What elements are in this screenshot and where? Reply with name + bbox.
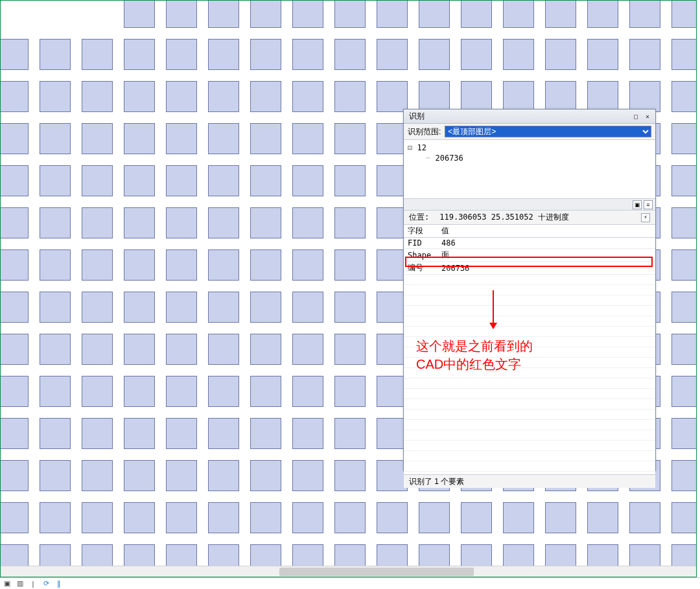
grid-cell[interactable]	[250, 165, 281, 196]
grid-cell[interactable]	[629, 502, 660, 533]
identify-dialog[interactable]: 识别 □ ✕ 识别范围: <最顶部图层> 12 206736 ▣ ≡ 位置: 1…	[403, 109, 656, 471]
grid-cell[interactable]	[0, 376, 29, 407]
grid-cell[interactable]	[166, 165, 197, 196]
grid-cell[interactable]	[292, 292, 323, 323]
grid-cell[interactable]	[82, 81, 113, 112]
grid-cell[interactable]	[629, 81, 660, 112]
grid-cell[interactable]	[208, 334, 239, 365]
scrollbar-thumb[interactable]	[279, 568, 474, 576]
grid-cell[interactable]	[292, 81, 323, 112]
grid-cell[interactable]	[250, 249, 281, 281]
grid-cell[interactable]	[545, 39, 576, 70]
grid-cell[interactable]	[40, 123, 71, 154]
identify-tree[interactable]: 12 206736	[404, 139, 655, 199]
grid-cell[interactable]	[292, 334, 323, 365]
table-row[interactable]: Shape 面	[404, 249, 655, 262]
grid-cell[interactable]	[82, 123, 113, 154]
grid-cell[interactable]	[629, 0, 660, 28]
grid-cell[interactable]	[0, 123, 29, 154]
grid-cell[interactable]	[671, 249, 697, 281]
grid-cell[interactable]	[40, 0, 71, 28]
grid-cell[interactable]	[503, 39, 534, 70]
grid-cell[interactable]	[334, 376, 366, 407]
grid-cell[interactable]	[334, 207, 366, 238]
grid-cell[interactable]	[461, 39, 492, 70]
grid-cell[interactable]	[334, 418, 366, 449]
grid-cell[interactable]	[671, 39, 697, 70]
grid-cell[interactable]	[166, 123, 197, 154]
grid-cell[interactable]	[82, 165, 113, 196]
grid-cell[interactable]	[671, 376, 697, 407]
grid-cell[interactable]	[40, 334, 71, 365]
grid-cell[interactable]	[82, 0, 113, 28]
grid-cell[interactable]	[250, 292, 281, 323]
grid-cell[interactable]	[166, 334, 197, 365]
grid-cell[interactable]	[208, 0, 239, 28]
grid-cell[interactable]	[82, 376, 113, 407]
grid-cell[interactable]	[292, 460, 323, 491]
grid-cell[interactable]	[0, 165, 29, 196]
grid-cell[interactable]	[334, 292, 366, 323]
grid-cell[interactable]	[250, 0, 281, 28]
grid-cell[interactable]	[124, 0, 155, 28]
grid-cell[interactable]	[671, 418, 697, 449]
horizontal-scrollbar[interactable]	[1, 566, 697, 577]
grid-cell[interactable]	[671, 460, 697, 491]
grid-cell[interactable]	[0, 39, 29, 70]
grid-cell[interactable]	[82, 249, 113, 281]
table-row[interactable]: FID 486	[404, 238, 655, 249]
grid-cell[interactable]	[82, 292, 113, 323]
grid-cell[interactable]	[166, 292, 197, 323]
grid-cell[interactable]	[208, 292, 239, 323]
grid-cell[interactable]	[208, 165, 239, 196]
grid-cell[interactable]	[124, 502, 155, 533]
grid-cell[interactable]	[40, 418, 71, 449]
grid-cell[interactable]	[545, 502, 576, 533]
grid-cell[interactable]	[377, 0, 408, 28]
grid-cell[interactable]	[671, 334, 697, 365]
grid-cell[interactable]	[671, 123, 697, 154]
grid-cell[interactable]	[334, 334, 366, 365]
grid-cell[interactable]	[208, 249, 239, 281]
grid-cell[interactable]	[334, 123, 366, 154]
grid-cell[interactable]	[124, 123, 155, 154]
grid-cell[interactable]	[166, 81, 197, 112]
grid-cell[interactable]	[292, 39, 323, 70]
grid-cell[interactable]	[292, 249, 323, 281]
grid-cell[interactable]	[124, 460, 155, 491]
grid-cell[interactable]	[292, 207, 323, 238]
grid-cell[interactable]	[671, 292, 697, 323]
grid-cell[interactable]	[40, 376, 71, 407]
grid-cell[interactable]	[208, 39, 239, 70]
scope-select[interactable]: <最顶部图层>	[445, 126, 651, 137]
grid-cell[interactable]	[124, 165, 155, 196]
grid-cell[interactable]	[461, 81, 492, 112]
grid-cell[interactable]	[124, 249, 155, 281]
grid-cell[interactable]	[461, 0, 492, 28]
grid-cell[interactable]	[419, 0, 450, 28]
grid-cell[interactable]	[292, 0, 323, 28]
grid-cell[interactable]	[82, 334, 113, 365]
grid-cell[interactable]	[0, 249, 29, 281]
grid-cell[interactable]	[166, 418, 197, 449]
grid-cell[interactable]	[587, 81, 618, 112]
grid-cell[interactable]	[250, 207, 281, 238]
grid-cell[interactable]	[166, 376, 197, 407]
grid-cell[interactable]	[208, 81, 239, 112]
grid-cell[interactable]	[250, 39, 281, 70]
grid-cell[interactable]	[166, 249, 197, 281]
grid-cell[interactable]	[166, 207, 197, 238]
grid-cell[interactable]	[671, 165, 697, 196]
grid-cell[interactable]	[124, 39, 155, 70]
grid-cell[interactable]	[292, 376, 323, 407]
grid-cell[interactable]	[208, 418, 239, 449]
grid-cell[interactable]	[0, 0, 29, 28]
grid-cell[interactable]	[587, 502, 618, 533]
grid-cell[interactable]	[629, 39, 660, 70]
grid-cell[interactable]	[503, 81, 534, 112]
tree-child[interactable]: 206736	[408, 153, 651, 163]
grid-cell[interactable]	[166, 0, 197, 28]
table-row[interactable]: 编号 206736	[404, 262, 655, 275]
grid-cell[interactable]	[82, 502, 113, 533]
grid-cell[interactable]	[587, 39, 618, 70]
